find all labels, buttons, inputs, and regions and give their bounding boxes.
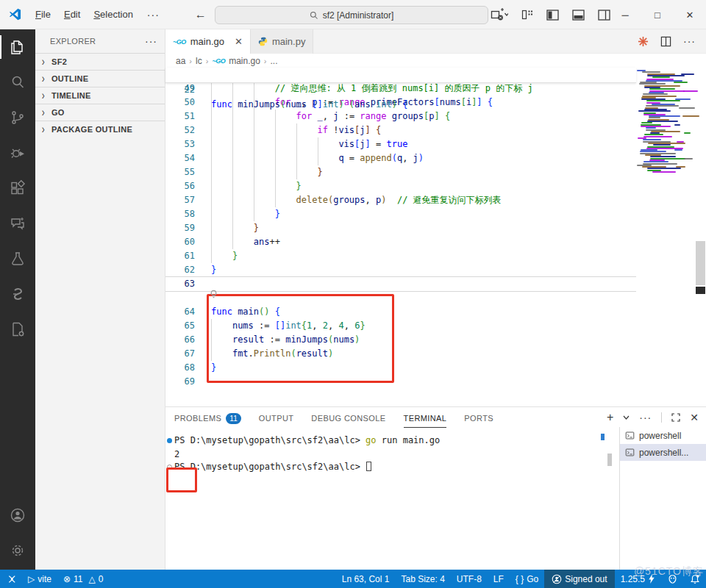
problems-summary[interactable]: ⊗11 △0: [57, 570, 109, 588]
minimap[interactable]: [637, 68, 694, 289]
notifications-bell-icon[interactable]: [684, 570, 706, 588]
chevron-right-icon: ›: [38, 89, 49, 102]
run-code-icon[interactable]: [638, 36, 649, 47]
code-line-49[interactable]: 49 // 逆向思维: 从 1 倒着跳到 nums[i] 的质因子 p 的下标 …: [165, 82, 636, 96]
code-line-53[interactable]: 53 vis[j] = true: [165, 137, 636, 151]
terminal-list-item[interactable]: powershell...: [620, 444, 706, 461]
editor-scrollbar-marker[interactable]: [696, 287, 705, 294]
menu-edit[interactable]: Edit: [57, 6, 87, 23]
titlebar: File Edit Selection ··· ← → sf2 [Adminis…: [0, 0, 706, 29]
files-icon: [9, 38, 26, 56]
activitybar-go-extension[interactable]: [0, 276, 35, 312]
chevron-right-icon: ›: [38, 106, 49, 119]
tab-close-icon[interactable]: ✕: [235, 36, 243, 47]
activitybar-run-and-debug[interactable]: [0, 135, 35, 171]
activitybar-source-control[interactable]: [0, 100, 35, 135]
menu-overflow-icon[interactable]: ···: [140, 9, 167, 21]
terminal-dropdown-chevron-icon[interactable]: [623, 415, 630, 420]
code-text: }: [211, 165, 323, 179]
sidebar-section-sf2[interactable]: ›SF2: [35, 53, 165, 70]
sidebar-section-outline[interactable]: ›OUTLINE: [35, 70, 165, 87]
code-editor[interactable]: 49 // 逆向思维: 从 1 倒着跳到 nums[i] 的质因子 p 的下标 …: [165, 68, 706, 406]
debug-icon: [9, 144, 26, 162]
toggle-primary-sidebar-icon[interactable]: [546, 10, 559, 21]
panel-tab-terminal[interactable]: TERMINAL: [404, 407, 447, 428]
activitybar-testing[interactable]: [0, 241, 35, 276]
chevron-right-icon: ›: [264, 57, 267, 65]
activitybar-explorer[interactable]: [0, 29, 35, 65]
code-line-60[interactable]: 60 ans++: [165, 235, 636, 249]
minimize-button[interactable]: ─: [609, 10, 641, 21]
bottom-panel: PROBLEMS11OUTPUTDEBUG CONSOLETERMINALPOR…: [165, 406, 706, 570]
breadcrumb-item[interactable]: ...: [271, 56, 278, 66]
sidebar-title: EXPLORER: [50, 37, 96, 46]
customize-layout-icon[interactable]: [521, 9, 533, 21]
signed-out-status[interactable]: Signed out: [544, 570, 614, 588]
terminal-list-item[interactable]: powershell: [620, 427, 706, 444]
code-line-63[interactable]: 63: [165, 276, 636, 292]
new-terminal-icon[interactable]: +: [607, 411, 613, 424]
code-line-54[interactable]: 54 q = append(q, j): [165, 151, 636, 165]
panel-tab-debug-console[interactable]: DEBUG CONSOLE: [311, 407, 385, 428]
lightbulb-icon[interactable]: [210, 290, 218, 298]
line-number: 63: [165, 277, 195, 291]
toggle-panel-icon[interactable]: [572, 10, 585, 21]
tab-main-go[interactable]: ~GO main.go ✕: [165, 29, 251, 54]
close-panel-icon[interactable]: ✕: [690, 412, 699, 423]
activitybar-settings[interactable]: [0, 533, 35, 568]
activitybar-extensions[interactable]: [0, 171, 35, 206]
menu-file[interactable]: File: [29, 6, 57, 23]
breadcrumb-item[interactable]: aa: [176, 56, 185, 66]
run-task-vite[interactable]: ▷vite: [22, 570, 57, 588]
code-line-52[interactable]: 52 if !vis[j] {: [165, 123, 636, 137]
code-line-59[interactable]: 59 }: [165, 221, 636, 235]
sidebar-section-timeline[interactable]: ›TIMELINE: [35, 87, 165, 104]
terminal-icon: [625, 431, 635, 440]
breadcrumb-item[interactable]: lc: [196, 56, 202, 66]
activitybar-accounts[interactable]: [0, 498, 35, 533]
activitybar-chat[interactable]: [0, 206, 35, 241]
launch-profile-icon[interactable]: [491, 8, 508, 21]
tab-main-py[interactable]: main.py: [251, 29, 314, 54]
indentation[interactable]: Tab Size: 4: [395, 570, 450, 588]
command-success-decoration[interactable]: [167, 438, 172, 443]
code-line-61[interactable]: 61 }: [165, 249, 636, 263]
panel-tab-ports[interactable]: PORTS: [464, 407, 493, 428]
code-text: delete(groups, p) // 避免重复访问下标列表: [211, 193, 502, 207]
cursor-position[interactable]: Ln 63, Col 1: [336, 570, 396, 588]
code-line-56[interactable]: 56 }: [165, 179, 636, 193]
panel-more-actions-icon[interactable]: ···: [639, 412, 652, 423]
line-number: 66: [165, 333, 195, 347]
menu-selection[interactable]: Selection: [87, 6, 139, 23]
remote-indicator[interactable]: [0, 570, 22, 588]
activitybar-containers[interactable]: [0, 312, 35, 347]
breadcrumb-item[interactable]: main.go: [229, 56, 260, 66]
editor-more-actions-icon[interactable]: ···: [683, 35, 696, 47]
go-tools-icon[interactable]: [661, 570, 684, 588]
code-line-58[interactable]: 58 }: [165, 207, 636, 221]
maximize-button[interactable]: □: [641, 10, 674, 21]
eol-sequence[interactable]: LF: [488, 570, 510, 588]
editor-scrollbar-thumb[interactable]: [696, 241, 705, 285]
terminal[interactable]: PS D:\mysetup\gopath\src\sf2\aa\lc> go r…: [165, 431, 620, 570]
close-button[interactable]: ✕: [674, 10, 706, 21]
code-line-57[interactable]: 57 delete(groups, p) // 避免重复访问下标列表: [165, 193, 636, 207]
code-line-55[interactable]: 55 }: [165, 165, 636, 179]
explorer-more-actions-icon[interactable]: ···: [145, 35, 157, 47]
sidebar-section-package-outline[interactable]: ›PACKAGE OUTLINE: [35, 121, 165, 137]
panel-tab-problems[interactable]: PROBLEMS11: [174, 407, 241, 428]
code-line-62[interactable]: 62}: [165, 263, 636, 277]
go-version[interactable]: 1.25.5: [615, 570, 661, 588]
sticky-scroll-line[interactable]: 22 func minJumps(nums []int) (ans int) {: [165, 68, 636, 83]
maximize-panel-icon[interactable]: [671, 413, 680, 422]
sidebar-section-go[interactable]: ›GO: [35, 104, 165, 121]
activitybar-search[interactable]: [0, 65, 35, 100]
language-mode[interactable]: { }Go: [510, 570, 544, 588]
go-file-icon: ~GO: [173, 38, 186, 46]
panel-tab-output[interactable]: OUTPUT: [259, 407, 294, 428]
terminal-scrollbar-thumb[interactable]: [607, 453, 612, 466]
encoding[interactable]: UTF-8: [451, 570, 488, 588]
split-editor-icon[interactable]: [660, 36, 671, 47]
command-center-search[interactable]: sf2 [Administrator]: [215, 6, 488, 24]
nav-back-icon[interactable]: ←: [195, 8, 207, 21]
